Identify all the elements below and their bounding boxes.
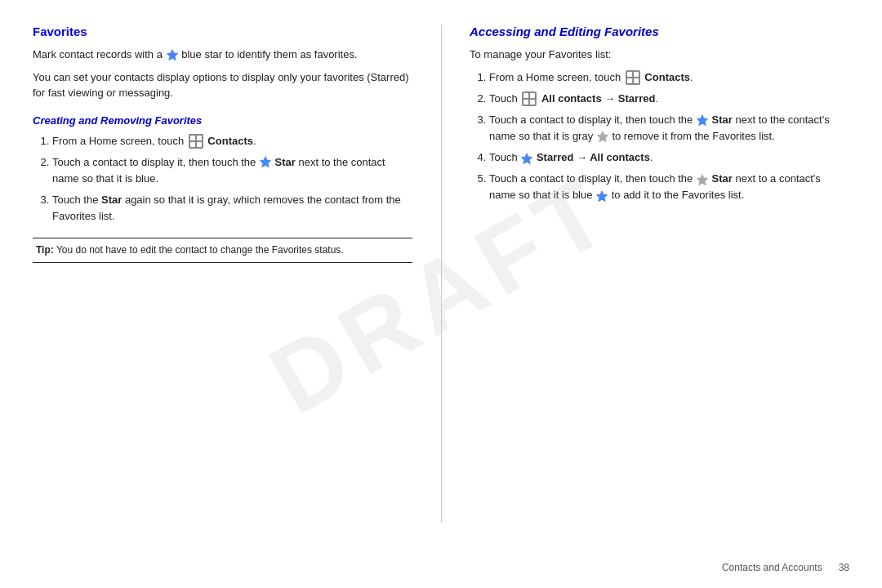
left-section-title: Favorites [33,24,412,38]
right-intro: To manage your Favorites list: [470,47,849,63]
blue-star-icon-r5 [595,189,608,203]
column-divider [441,24,442,523]
svg-rect-9 [634,72,639,77]
gray-star-icon-r5 [696,173,709,186]
svg-marker-20 [697,174,708,185]
left-step-3: Touch the Star again so that it is gray,… [52,192,412,225]
svg-marker-17 [697,115,708,126]
right-step-4: Touch Starred → All contacts. [489,149,849,166]
svg-rect-2 [190,136,195,140]
footer-page: 38 [839,562,849,573]
svg-rect-16 [530,100,535,105]
svg-rect-10 [627,78,632,83]
tip-text: You do not have to edit the contact to c… [56,244,344,256]
svg-marker-0 [167,49,178,60]
svg-rect-3 [197,136,202,140]
blue-star-icon [166,48,179,61]
svg-rect-11 [634,78,639,83]
left-steps-list: From a Home screen, touch Contacts. Touc… [33,133,412,225]
tip-box: Tip: You do not have to edit the contact… [33,238,412,263]
footer-label: Contacts and Accounts [722,562,822,573]
svg-marker-19 [522,153,533,163]
left-intro2: You can set your contacts display option… [33,69,412,101]
svg-rect-5 [197,142,202,147]
blue-star-icon-2 [259,155,272,168]
right-step-3: Touch a contact to display it, then touc… [489,112,849,145]
gray-star-icon-r3 [596,130,609,143]
svg-marker-21 [596,191,608,202]
blue-star-icon-r3 [696,114,709,127]
right-steps-list: From a Home screen, touch Contacts. Touc… [470,69,849,204]
page-footer: Contacts and Accounts 38 [722,562,849,573]
left-step-1: From a Home screen, touch Contacts. [52,133,412,149]
page-content: Favorites Mark contact records with a bl… [0,0,882,588]
contacts-icon-1 [189,134,203,149]
left-step-2: Touch a contact to display it, then touc… [52,154,412,187]
left-intro1: Mark contact records with a blue star to… [33,47,412,63]
svg-rect-14 [530,93,535,98]
svg-marker-6 [260,157,271,167]
svg-rect-15 [523,100,528,105]
right-section-title: Accessing and Editing Favorites [470,24,849,38]
blue-star-icon-r4 [520,152,533,165]
tip-label: Tip: [36,244,54,256]
right-step-2: Touch All contacts → Starred. [489,91,849,107]
svg-rect-4 [190,142,195,147]
svg-marker-18 [597,131,608,142]
left-column: Favorites Mark contact records with a bl… [33,24,429,572]
left-sub-title: Creating and Removing Favorites [33,114,412,127]
svg-rect-8 [627,72,632,77]
right-step-5: Touch a contact to display it, then touc… [489,171,849,203]
right-column: Accessing and Editing Favorites To manag… [461,24,849,572]
right-step-1: From a Home screen, touch Contacts. [489,69,849,86]
contacts-icon-r2 [522,91,537,106]
contacts-icon-r1 [626,70,640,85]
svg-rect-13 [523,93,528,98]
